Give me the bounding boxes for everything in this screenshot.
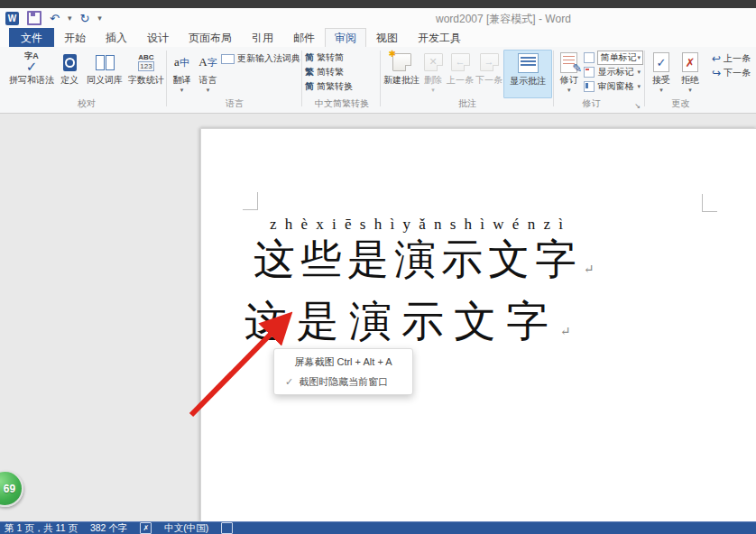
group-chinese-conversion: 简 繁转简 繁 简转繁 简 简繁转换 中文简繁转换 [305,47,379,113]
group-comments: ✱ 新建批注 ✕ 删除 ← 上一条 → 下一条 [383,47,552,113]
new-comment-button[interactable]: ✱ 新建批注 [383,50,420,86]
spelling-grammar-icon: 字A✓ [24,50,39,75]
qat-customize-icon[interactable]: ▾ [97,14,102,23]
document-line-1: 这些是演示文字↵ [254,232,595,288]
show-comments-button[interactable]: 显示批注 [503,50,552,98]
word-count[interactable]: 382 个字 [90,522,127,534]
previous-change-icon: ↩ [712,53,721,64]
track-changes-dropdown-icon [567,86,571,93]
hide-window-option[interactable]: ✓ 截图时隐藏当前窗口 [285,375,412,389]
tab-mailings[interactable]: 邮件 [283,28,325,47]
translate-icon: a中 [174,50,189,75]
group-label-proofing: 校对 [7,97,166,110]
simple-markup-dropdown-icon: ▾ [637,54,641,61]
previous-comment-button[interactable]: ← 上一条 [446,50,475,86]
track-changes-icon: ✎ [560,50,577,75]
proofing-status-icon[interactable]: ✗ [140,522,152,534]
reject-dropdown-icon [688,86,692,93]
simp-to-trad-icon: 繁 [305,66,314,78]
language-status[interactable]: 中文(中国) [164,522,208,534]
trad-to-simp-button[interactable]: 简 繁转简 [305,51,379,65]
show-markup-icon [584,67,595,78]
tab-review[interactable]: 审阅 [325,28,366,47]
simple-markup-icon [584,52,595,63]
document-line-2: 这是演示文字↵ [244,293,571,350]
status-bar: 第 1 页，共 11 页 382 个字 ✗ 中文(中国) [0,521,756,534]
next-change-button[interactable]: ↪ 下一条 [712,66,751,80]
redo-icon[interactable]: ↻ [79,13,89,24]
previous-change-button[interactable]: ↩ 上一条 [712,51,751,66]
trad-to-simp-icon: 简 [305,51,314,64]
page-info[interactable]: 第 1 页，共 11 页 [5,522,78,534]
next-comment-button[interactable]: → 下一条 [475,50,503,86]
group-separator [380,51,381,106]
next-change-icon: ↪ [712,68,721,78]
accept-dropdown-icon [659,86,663,93]
word-count-icon: ABC123 [138,50,153,75]
tab-references[interactable]: 引用 [242,28,283,47]
tab-developer[interactable]: 开发工具 [408,28,471,47]
save-icon[interactable] [27,11,41,25]
margin-corner-mark-right [702,194,717,212]
tab-page-layout[interactable]: 页面布局 [179,28,242,47]
group-label-comments: 批注 [383,97,552,110]
translate-dropdown-icon [180,86,184,93]
tab-design[interactable]: 设计 [137,28,179,47]
tab-view[interactable]: 视图 [366,28,408,47]
check-icon: ✓ [285,376,293,388]
reviewing-pane-icon [584,81,595,92]
language-dropdown-icon [207,86,210,93]
group-separator [166,51,167,106]
word-count-button[interactable]: ABC123 字数统计 [126,50,166,86]
window-top-strip [0,0,756,8]
group-label-tracking: 修订 [556,97,627,110]
quick-access-toolbar: W ↶ ▾ ↻ ▾ [5,10,102,26]
group-label-changes: 更改 [647,97,715,110]
screenshot-shortcut-label: 屏幕截图 Ctrl + Alt + A [274,355,412,369]
show-markup-button[interactable]: 显示标记 ▾ [584,65,643,79]
ribbon: 字A✓ 拼写和语法 定义 同义词库 ABC123 字数统计 校对 [0,47,756,114]
paragraph-mark-icon: ↵ [584,262,595,276]
document-page[interactable]: z h è x i ē s h ì y ǎ n s h ì w é n z ì … [200,128,756,522]
delete-comment-icon: ✕ [424,50,443,75]
delete-comment-button[interactable]: ✕ 删除 [420,50,446,93]
word-logo-icon[interactable]: W [5,12,19,25]
simp-to-trad-button[interactable]: 繁 简转繁 [305,65,379,79]
simple-markup-combo[interactable]: 简单标记 ▾ [584,51,643,65]
window-title: word2007 [兼容模式] - Word [436,12,571,27]
screenshot-tooltip-popup: 屏幕截图 Ctrl + Alt + A ✓ 截图时隐藏当前窗口 [273,348,413,395]
ime-status-icon[interactable] [221,522,233,534]
new-comment-icon: ✱ [392,50,411,75]
tab-home[interactable]: 开始 [54,28,96,47]
group-tracking: ✎ 修订 简单标记 ▾ 显示标记 ▾ 审阅窗格 [556,47,643,113]
undo-dropdown-icon[interactable]: ▾ [68,14,72,23]
thesaurus-button[interactable]: 同义词库 [83,50,126,86]
update-ime-dictionary-button[interactable]: 更新输入法词典 [221,51,300,66]
translate-button[interactable]: a中 翻译 [169,50,195,93]
document-area: z h è x i ē s h ì y ǎ n s h ì w é n z ì … [0,114,756,521]
spelling-grammar-button[interactable]: 字A✓ 拼写和语法 [7,50,56,86]
group-separator [301,51,302,106]
reviewing-pane-button[interactable]: 审阅窗格 ▾ [584,79,643,94]
accept-button[interactable]: ✓ 接受 [647,50,676,93]
paragraph-mark-icon: ↵ [560,325,571,338]
reject-icon: ✗ [682,50,698,75]
define-icon [63,50,77,75]
track-changes-button[interactable]: ✎ 修订 [556,50,582,93]
group-proofing: 字A✓ 拼写和语法 定义 同义词库 ABC123 字数统计 校对 [7,47,166,113]
language-button[interactable]: A字 语言 [195,50,221,93]
tab-file[interactable]: 文件 [9,28,54,47]
define-button[interactable]: 定义 [56,50,83,86]
tracking-dialog-launcher-icon[interactable]: ↘ [634,102,641,110]
group-language: a中 翻译 A字 语言 更新输入法词典 语言 [169,47,300,113]
pinyin-line: z h è x i ē s h ì y ǎ n s h ì w é n z ì [270,216,565,234]
delete-dropdown-icon [431,86,435,93]
group-label-conversion: 中文简繁转换 [305,97,379,110]
simp-trad-convert-button[interactable]: 简 简繁转换 [305,79,379,94]
undo-icon[interactable]: ↶ [50,13,60,24]
tab-insert[interactable]: 插入 [96,28,137,47]
simp-trad-convert-icon: 简 [305,80,314,93]
reject-button[interactable]: ✗ 拒绝 [676,50,705,93]
show-comments-icon [518,51,539,76]
show-markup-dropdown-icon: ▾ [637,69,641,76]
